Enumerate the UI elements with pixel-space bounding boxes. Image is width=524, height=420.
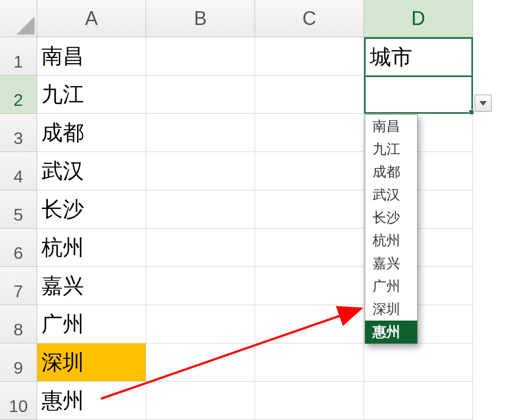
cell-C3[interactable]	[255, 114, 364, 152]
cell-C10[interactable]	[255, 382, 364, 420]
cell-B9[interactable]	[146, 343, 255, 382]
dropdown-button[interactable]	[475, 95, 492, 112]
dropdown-item-1[interactable]: 九江	[365, 138, 417, 161]
row-header-6[interactable]: 6	[0, 229, 37, 267]
cell-B1[interactable]	[146, 37, 255, 75]
col-header-A[interactable]: A	[37, 0, 146, 37]
cell-D1[interactable]: 城市	[364, 37, 473, 75]
row-header-3[interactable]: 3	[0, 114, 37, 152]
spreadsheet-grid: A B C D 1 南昌 城市 2 九江 3 成都 4 武汉 5 长沙 6 杭州…	[0, 0, 524, 420]
select-all-corner[interactable]	[0, 0, 37, 37]
cell-A5[interactable]: 长沙	[37, 190, 146, 229]
cell-A8[interactable]: 广州	[37, 305, 146, 343]
row-header-7[interactable]: 7	[0, 267, 37, 305]
cell-B8[interactable]	[146, 305, 255, 343]
dropdown-item-0[interactable]: 南昌	[365, 115, 417, 138]
dropdown-item-4[interactable]: 长沙	[365, 206, 417, 229]
cell-D9[interactable]	[364, 343, 473, 382]
cell-C7[interactable]	[255, 267, 364, 305]
cell-B10[interactable]	[146, 382, 255, 420]
fill-handle[interactable]	[469, 110, 474, 115]
row-header-1[interactable]: 1	[0, 37, 37, 75]
row-header-9[interactable]: 9	[0, 343, 37, 382]
cell-C2[interactable]	[255, 75, 364, 114]
cell-D2[interactable]	[364, 75, 473, 114]
dropdown-item-8[interactable]: 深圳	[365, 298, 417, 321]
cell-B3[interactable]	[146, 114, 255, 152]
cell-A2[interactable]: 九江	[37, 75, 146, 114]
cell-A3[interactable]: 成都	[37, 114, 146, 152]
cell-C1[interactable]	[255, 37, 364, 75]
cell-C6[interactable]	[255, 229, 364, 267]
cell-B2[interactable]	[146, 75, 255, 114]
cell-C4[interactable]	[255, 152, 364, 190]
dropdown-item-2[interactable]: 成都	[365, 161, 417, 183]
cell-A1[interactable]: 南昌	[37, 37, 146, 75]
row-header-8[interactable]: 8	[0, 305, 37, 343]
cell-A9[interactable]: 深圳	[37, 343, 146, 382]
cell-B5[interactable]	[146, 190, 255, 229]
col-header-C[interactable]: C	[255, 0, 364, 37]
dropdown-list[interactable]: 南昌 九江 成都 武汉 长沙 杭州 嘉兴 广州 深圳 惠州	[365, 114, 418, 344]
col-header-D[interactable]: D	[364, 0, 473, 37]
cell-C9[interactable]	[255, 343, 364, 382]
cell-B4[interactable]	[146, 152, 255, 190]
cell-A6[interactable]: 杭州	[37, 229, 146, 267]
cell-A4[interactable]: 武汉	[37, 152, 146, 190]
row-header-10[interactable]: 10	[0, 382, 37, 420]
row-header-4[interactable]: 4	[0, 152, 37, 190]
dropdown-item-3[interactable]: 武汉	[365, 183, 417, 206]
dropdown-item-7[interactable]: 广州	[365, 275, 417, 298]
cell-A7[interactable]: 嘉兴	[37, 267, 146, 305]
dropdown-item-5[interactable]: 杭州	[365, 229, 417, 252]
cell-A10[interactable]: 惠州	[37, 382, 146, 420]
row-header-5[interactable]: 5	[0, 190, 37, 229]
cell-D10[interactable]	[364, 382, 473, 420]
cell-C5[interactable]	[255, 190, 364, 229]
cell-C8[interactable]	[255, 305, 364, 343]
cell-B6[interactable]	[146, 229, 255, 267]
cell-B7[interactable]	[146, 267, 255, 305]
dropdown-item-6[interactable]: 嘉兴	[365, 252, 417, 275]
row-header-2[interactable]: 2	[0, 75, 37, 114]
dropdown-item-9[interactable]: 惠州	[365, 321, 417, 343]
col-header-B[interactable]: B	[146, 0, 255, 37]
